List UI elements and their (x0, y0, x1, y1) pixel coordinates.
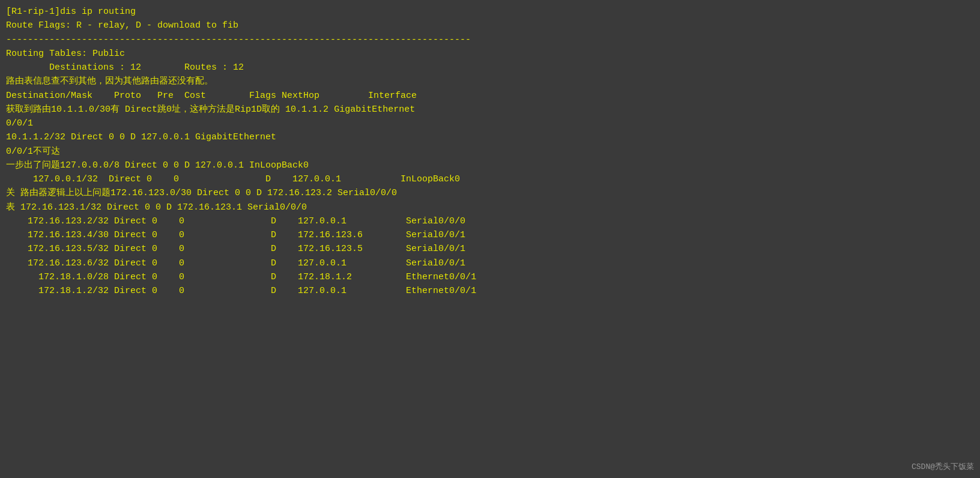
routing-row-8: 172.16.123.5/32 Direct 0 0 D 172.16.123.… (6, 242, 974, 256)
separator-line: ----------------------------------------… (6, 33, 974, 47)
proto-0: Direct (119, 104, 157, 115)
annotation-overlay-6: 表 (6, 202, 20, 213)
terminal-window: [R1-rip-1]dis ip routing Route Flags: R … (6, 5, 974, 298)
header-line: Destination/Mask Proto Pre Cost Flags Ne… (6, 89, 974, 103)
routing-row-2: 一步出了问题127.0.0.0/8 Direct 0 0 D 127.0.0.1… (6, 159, 974, 172)
chinese-note1: 路由表信息查不到其他，因为其他路由器还没有配。 (6, 74, 974, 88)
routing-row-7: 172.16.123.4/30 Direct 0 0 D 172.16.123.… (6, 228, 974, 242)
watermark: CSDN@禿头下饭菜 (912, 461, 974, 472)
routing-tables-label: Routing Tables: Public (6, 47, 974, 61)
flags-0: D (256, 104, 262, 115)
nexthop-0: 10.1.1.2 (280, 104, 328, 115)
destinations-label: Destinations : 12 Routes : 12 (6, 61, 974, 74)
annotation-overlay-3: 跳 (157, 104, 166, 115)
flags-line: Route Flags: R - relay, D - download to … (6, 19, 974, 32)
routing-row-3: 127.0.0.1/32 Direct 0 0 D 127.0.0.1 InLo… (6, 172, 974, 186)
dest-0: 10.1.1.0/30 (51, 104, 110, 115)
routing-row-9: 172.16.123.6/32 Direct 0 0 D 127.0.0.1 S… (6, 256, 974, 270)
annotation-overlay-5: 关 路由器逻辑上以上问题 (6, 188, 110, 198)
cost-0: 这种方法是Rip1 (190, 104, 256, 115)
interface-0: GigabitEthernet (334, 104, 415, 115)
indent-1: 10.1.1.2/32 (6, 132, 65, 142)
routing-row-1: 10.1.1.2/32 Direct 0 0 D 127.0.0.1 Gigab… (6, 130, 974, 144)
annotation-overlay-4: 一步出了问题 (6, 160, 60, 171)
routing-row-10: 172.18.1.0/28 Direct 0 0 D 172.18.1.2 Et… (6, 270, 974, 284)
interface-cont-0: 0/0/1 (6, 116, 974, 130)
pre-0: 0 (166, 104, 172, 115)
annotation-overlay-1: 获取到路由 (6, 104, 51, 115)
annotation-overlay-2: 有 (110, 104, 119, 115)
routing-row-11: 172.18.1.2/32 Direct 0 0 D 127.0.0.1 Eth… (6, 284, 974, 298)
routing-row-5: 表 172.16.123.1/32 Direct 0 0 D 172.16.12… (6, 201, 974, 214)
routing-row-0: 获取到路由10.1.1.0/30有 Direct跳0址，这种方法是Rip1D取的… (6, 103, 974, 116)
routing-row-4: 关 路由器逻辑上以上问题172.16.123.0/30 Direct 0 0 D… (6, 186, 974, 200)
prompt-line: [R1-rip-1]dis ip routing (6, 5, 974, 19)
routing-row-6: 172.16.123.2/32 Direct 0 0 D 127.0.0.1 S… (6, 214, 974, 228)
interface-cont-1: 0/0/1不可达 (6, 145, 974, 159)
